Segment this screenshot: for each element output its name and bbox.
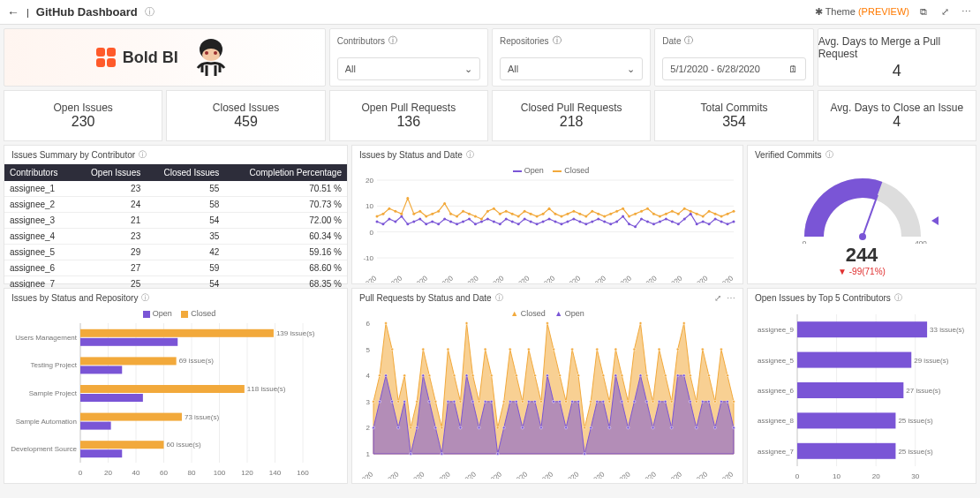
- table-row[interactable]: assignee_4233560.34 %: [4, 229, 347, 245]
- svg-point-203: [428, 374, 431, 377]
- svg-point-220: [533, 374, 536, 377]
- svg-point-124: [702, 215, 705, 218]
- svg-point-93: [511, 213, 514, 215]
- svg-point-116: [652, 213, 655, 215]
- svg-text:40: 40: [132, 469, 140, 477]
- svg-text:73 issue(s): 73 issue(s): [185, 413, 219, 421]
- info-icon[interactable]: ⓘ: [139, 149, 147, 161]
- svg-rect-174: [80, 366, 122, 374]
- svg-point-66: [708, 223, 711, 225]
- svg-point-83: [449, 213, 452, 215]
- svg-text:33 issue(s): 33 issue(s): [930, 326, 964, 334]
- svg-point-195: [379, 374, 381, 377]
- svg-point-288: [590, 426, 592, 429]
- contributors-select[interactable]: All⌄: [337, 57, 480, 80]
- svg-point-201: [416, 400, 418, 403]
- svg-point-233: [614, 348, 617, 351]
- gauge-delta: ▼ -99(71%): [748, 267, 976, 276]
- top5-bar-chart[interactable]: 0102030assignee_933 issue(s)assignee_529…: [748, 307, 976, 482]
- svg-point-284: [565, 426, 568, 429]
- svg-point-22: [437, 223, 440, 225]
- svg-point-108: [603, 215, 606, 218]
- pr-area-chart[interactable]: 12345605/01/202005/05/202005/09/202005/1…: [352, 320, 741, 479]
- svg-point-25: [456, 223, 458, 225]
- info-icon[interactable]: ⓘ: [495, 292, 503, 304]
- svg-point-97: [536, 215, 539, 218]
- svg-point-114: [640, 210, 643, 213]
- svg-text:Sample Project: Sample Project: [29, 389, 78, 397]
- table-row[interactable]: assignee_3215472.00 %: [4, 213, 347, 229]
- svg-point-70: [733, 220, 735, 223]
- issues-line-chart[interactable]: -100102005/01/202005/05/202005/09/202005…: [352, 177, 741, 283]
- fullscreen-icon[interactable]: ⤢: [938, 5, 952, 19]
- svg-point-13: [381, 223, 384, 225]
- table-row[interactable]: assignee_1235570.51 %: [4, 181, 347, 197]
- svg-point-302: [676, 374, 679, 377]
- svg-point-227: [577, 374, 580, 377]
- svg-point-38: [536, 223, 539, 225]
- svg-point-36: [524, 218, 526, 221]
- svg-point-297: [645, 400, 648, 403]
- svg-rect-185: [80, 441, 164, 449]
- back-icon[interactable]: ←: [7, 5, 19, 19]
- svg-point-213: [490, 374, 493, 377]
- svg-point-110: [615, 210, 618, 213]
- svg-point-289: [596, 400, 599, 403]
- svg-rect-169: [80, 329, 274, 337]
- svg-point-254: [379, 400, 381, 403]
- svg-point-209: [465, 322, 468, 325]
- info-icon[interactable]: ⓘ: [894, 292, 902, 304]
- info-icon[interactable]: ⓘ: [466, 149, 474, 161]
- issues-status-date-panel: Issues by Status and Dateⓘ Open Closed -…: [351, 145, 743, 284]
- more-icon[interactable]: ⋯: [959, 5, 973, 19]
- svg-point-106: [591, 210, 593, 213]
- info-icon[interactable]: ⓘ: [388, 34, 397, 47]
- svg-text:140: 140: [269, 469, 282, 477]
- svg-point-265: [447, 400, 449, 403]
- info-icon[interactable]: ⓘ: [825, 149, 833, 161]
- svg-point-293: [621, 400, 623, 403]
- svg-point-68: [720, 220, 723, 223]
- stat-card: Total Commits354: [654, 90, 813, 141]
- topbar: ← | GitHub Dashboard ⓘ ✱ Theme (PREVIEW)…: [0, 0, 980, 25]
- table-row[interactable]: assignee_6275968.60 %: [4, 260, 347, 276]
- issues-repo-bar-chart[interactable]: 020406080100120140160Users Management139…: [4, 320, 347, 480]
- svg-point-37: [530, 220, 532, 223]
- info-icon[interactable]: ⓘ: [145, 5, 155, 19]
- theme-toggle[interactable]: ✱ Theme (PREVIEW): [815, 6, 909, 18]
- more-icon[interactable]: ⋯: [727, 293, 735, 303]
- date-range-select[interactable]: 5/1/2020 - 6/28/2020🗓: [662, 57, 805, 80]
- svg-text:139 issue(s): 139 issue(s): [276, 329, 315, 337]
- svg-point-225: [565, 400, 568, 403]
- svg-text:2: 2: [366, 424, 371, 432]
- svg-point-272: [490, 400, 493, 403]
- svg-point-266: [453, 400, 456, 403]
- filter-date: Dateⓘ 5/1/2020 - 6/28/2020🗓: [654, 28, 813, 87]
- repositories-select[interactable]: All⌄: [500, 57, 643, 80]
- info-icon[interactable]: ⓘ: [684, 34, 693, 47]
- issues-table: ContributorsOpen IssuesClosed IssuesComp…: [4, 164, 347, 292]
- svg-point-206: [447, 348, 449, 351]
- svg-text:05/01/2020: 05/01/2020: [352, 470, 375, 479]
- svg-point-102: [566, 213, 569, 215]
- svg-line-145: [863, 195, 878, 237]
- svg-point-257: [397, 426, 400, 429]
- svg-text:0: 0: [370, 229, 374, 237]
- svg-point-120: [677, 213, 680, 215]
- svg-point-1: [202, 49, 220, 61]
- info-icon[interactable]: ⓘ: [553, 34, 562, 47]
- pr-legend: ▲ Closed ▲ Open: [352, 307, 743, 320]
- expand-icon[interactable]: ⤢: [714, 293, 721, 303]
- link-icon[interactable]: ⧉: [916, 5, 931, 19]
- table-row[interactable]: assignee_5294259.16 %: [4, 245, 347, 260]
- svg-point-262: [428, 400, 431, 403]
- svg-point-217: [515, 374, 517, 377]
- svg-point-12: [376, 220, 379, 223]
- table-row[interactable]: assignee_2245870.73 %: [4, 197, 347, 213]
- logo-card: Bold BI: [4, 28, 326, 87]
- svg-point-42: [560, 223, 562, 225]
- svg-point-251: [726, 374, 728, 377]
- svg-point-115: [646, 208, 649, 210]
- info-icon[interactable]: ⓘ: [141, 292, 149, 304]
- svg-point-311: [733, 426, 735, 429]
